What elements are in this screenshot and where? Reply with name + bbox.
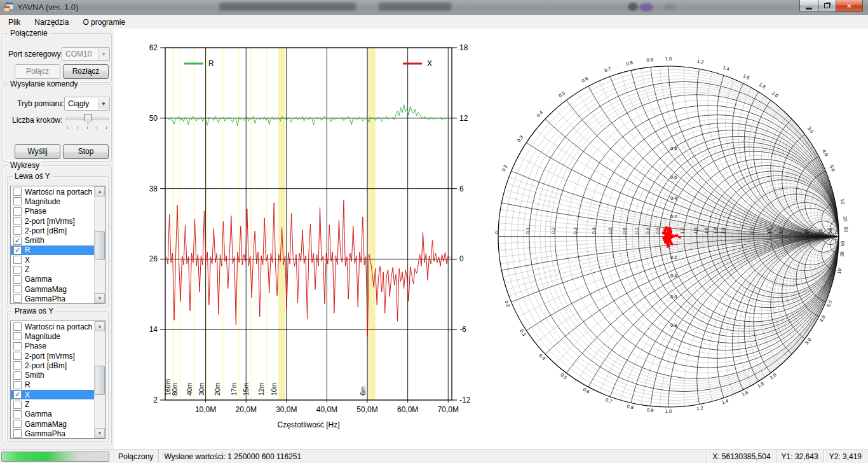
titlebar-artifact	[663, 4, 676, 10]
chevron-down-icon: ▼	[98, 98, 109, 109]
connect-button[interactable]: Połącz	[15, 64, 60, 79]
list-item[interactable]: Wartości na portach ADC	[11, 187, 94, 197]
checkbox-Z[interactable]	[13, 266, 22, 274]
checkbox-Magnitude[interactable]	[13, 197, 22, 205]
close-icon: ✕	[846, 3, 851, 10]
menu-plik[interactable]: Plik	[3, 17, 26, 28]
smith-axis-label: 0.3	[573, 228, 578, 234]
list-item-label: Phase	[25, 207, 46, 216]
list-item[interactable]: Phase	[11, 342, 94, 351]
checkbox-GammaMag[interactable]	[13, 285, 22, 293]
list-item-label: Gamma	[25, 410, 52, 418]
smith-rim-label: 10	[836, 268, 843, 274]
list-item[interactable]: Gamma	[11, 410, 94, 419]
list-item[interactable]: X	[11, 255, 94, 265]
smith-rim-label: 1.2	[696, 59, 704, 66]
checkbox-X[interactable]: ✓	[13, 390, 22, 399]
smith-axis-label: 0.9	[655, 228, 661, 234]
list-item[interactable]: Z	[11, 399, 94, 409]
maximize-button[interactable]	[818, 0, 836, 12]
right-axis-tick: -6	[459, 325, 466, 334]
frequency-chart[interactable]: 160m80m40m30m20m17m15m12m10m6m10,0M20,0M…	[118, 38, 484, 446]
title-bar[interactable]: YAVNA (ver. 1.0) ✕	[0, 0, 868, 15]
minimize-button[interactable]	[799, 0, 818, 12]
scroll-up-icon[interactable]: ▲	[95, 186, 105, 197]
list-item[interactable]: Magnitude	[11, 197, 94, 206]
titlebar-artifact	[639, 3, 653, 11]
list-item[interactable]: GammaMag	[11, 419, 94, 429]
list-item[interactable]: Magnitude	[11, 331, 94, 341]
send-button[interactable]: Wyślij	[15, 144, 60, 159]
slider-thumb[interactable]	[85, 114, 92, 125]
checkbox-GammaMag[interactable]	[13, 420, 22, 428]
checkbox-Wartości na portach ADC[interactable]	[13, 188, 22, 196]
checkbox-Gamma[interactable]	[13, 410, 22, 418]
checkbox-Smith[interactable]	[13, 371, 22, 380]
smith-rim-label: 1.0	[665, 408, 672, 414]
smith-rim-label: 1.6	[742, 73, 750, 81]
smith-data-point	[662, 237, 665, 239]
checkbox-Gamma[interactable]	[13, 275, 22, 284]
disconnect-button[interactable]: Rozłącz	[63, 64, 109, 79]
checkbox-Smith[interactable]: ✓	[13, 237, 22, 245]
scrollbar-thumb[interactable]	[95, 366, 105, 395]
smith-rim-label: 0.2	[503, 300, 511, 308]
list-item[interactable]: ✓R	[11, 245, 94, 255]
list-item[interactable]: R	[11, 380, 94, 390]
smith-axis-label: 3.0	[749, 228, 755, 234]
scrollbar-thumb[interactable]	[95, 231, 105, 260]
list-item[interactable]: ✓X	[11, 390, 94, 399]
left-axis-listbox[interactable]: Wartości na portach ADCMagnitudePhase2-p…	[10, 186, 105, 304]
list-item[interactable]: GammaPha	[11, 429, 94, 438]
serial-port-select[interactable]: COM10 ▼	[62, 47, 110, 61]
smith-axis-label: 4.0	[766, 228, 772, 234]
x-tick-label: 60,0M	[397, 405, 418, 414]
list-item-label: X	[25, 390, 30, 399]
stop-button[interactable]: Stop	[63, 144, 109, 159]
checkbox-R[interactable]	[13, 381, 22, 389]
checkbox-R[interactable]: ✓	[13, 246, 22, 254]
smith-axis-label: 0.1	[525, 228, 531, 234]
list-item-label: R	[25, 380, 31, 389]
list-item[interactable]: ✓Smith	[11, 235, 94, 245]
list-item[interactable]: 2-port [dBm]	[11, 226, 94, 235]
list-item[interactable]: 2-port [mVrms]	[11, 216, 94, 226]
list-item[interactable]: 2-port [mVrms]	[11, 351, 94, 361]
checkbox-2-port [dBm][interactable]	[13, 361, 22, 370]
scroll-down-icon[interactable]: ▼	[95, 293, 105, 303]
checkbox-Z[interactable]	[13, 401, 22, 409]
left-axis-scrollbar[interactable]: ▲ ▼	[94, 186, 105, 303]
checkbox-GammaPha[interactable]	[13, 294, 22, 303]
right-axis-scrollbar[interactable]: ▲ ▼	[94, 321, 105, 438]
smith-axis-label: 0.6	[621, 228, 627, 234]
close-button[interactable]: ✕	[836, 0, 863, 12]
menu-o-programie[interactable]: O programie	[77, 17, 131, 28]
checkbox-GammaPha[interactable]	[13, 429, 22, 438]
checkbox-2-port [mVrms][interactable]	[13, 217, 22, 225]
list-item[interactable]: Z	[11, 265, 94, 274]
smith-axis-label: 2.0	[721, 228, 726, 234]
checkbox-Wartości na portach ADC[interactable]	[13, 322, 22, 331]
menu-narzedzia[interactable]: Narzędzia	[29, 17, 74, 28]
measure-mode-select[interactable]: Ciągły ▼	[64, 97, 110, 111]
list-item[interactable]: Gamma	[11, 275, 94, 284]
list-item[interactable]: GammaPha	[11, 294, 94, 303]
scroll-up-icon[interactable]: ▲	[95, 321, 105, 331]
right-axis-listbox[interactable]: Wartości na portach ADCMagnitudePhase2-p…	[10, 321, 105, 439]
checkbox-2-port [dBm][interactable]	[13, 226, 22, 235]
checkbox-2-port [mVrms][interactable]	[13, 352, 22, 360]
checkbox-Magnitude[interactable]	[13, 332, 22, 340]
smith-rim-label: 5.0	[829, 164, 836, 172]
checkbox-Phase[interactable]	[13, 207, 22, 216]
checkbox-X[interactable]	[13, 256, 22, 264]
steps-slider[interactable]	[65, 113, 109, 132]
smith-inner-label: 0.4	[670, 273, 677, 279]
scroll-down-icon[interactable]: ▼	[95, 428, 105, 438]
list-item[interactable]: 2-port [dBm]	[11, 361, 94, 370]
list-item[interactable]: Wartości na portach ADC	[11, 322, 94, 331]
list-item[interactable]: Smith	[11, 370, 94, 380]
list-item[interactable]: GammaMag	[11, 284, 94, 294]
list-item[interactable]: Phase	[11, 207, 94, 216]
checkbox-Phase[interactable]	[13, 342, 22, 350]
smith-data-point	[668, 232, 670, 235]
